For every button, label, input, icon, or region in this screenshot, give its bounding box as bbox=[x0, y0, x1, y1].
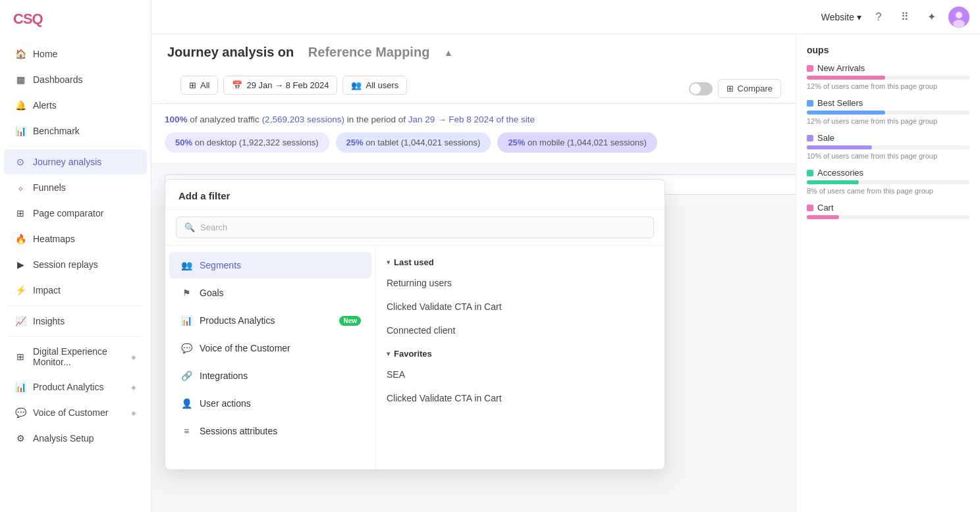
page-group-name-sale: Sale bbox=[807, 133, 969, 143]
device-chip-tablet: 25% on tablet (1,044,021 sessions) bbox=[336, 132, 491, 153]
sidebar-item-voice-of-customer[interactable]: 💬 Voice of Customer ◈ bbox=[4, 400, 147, 425]
sidebar-item-benchmark[interactable]: 📊 Benchmark bbox=[4, 118, 147, 143]
dropdown-search-area: 🔍 bbox=[165, 210, 665, 245]
cat-label-voice-customer: Voice of the Customer bbox=[200, 343, 361, 353]
cat-label-segments: Segments bbox=[200, 260, 361, 270]
sidebar-item-insights[interactable]: 📈 Insights bbox=[4, 309, 147, 334]
nav-badge-voice-of-customer: ◈ bbox=[131, 409, 136, 417]
nav-icon-session-replays: ▶ bbox=[14, 259, 26, 270]
nav-label-dashboards: Dashboards bbox=[33, 74, 136, 85]
sidebar-item-journey-analysis[interactable]: ⊙ Journey analysis bbox=[4, 149, 147, 174]
sidebar-nav: 🏠 Home ▦ Dashboards 🔔 Alerts 📊 Benchmark… bbox=[0, 38, 151, 512]
dropdown-body: 👥 Segments ⚑ Goals 📊 Products Analytics … bbox=[165, 245, 665, 469]
filter-category-products-analytics[interactable]: 📊 Products Analytics New bbox=[169, 307, 371, 334]
nav-icon-alerts: 🔔 bbox=[14, 99, 26, 111]
section-header-favorites[interactable]: ▾Favorites bbox=[376, 342, 665, 363]
sidebar-item-product-analytics[interactable]: 📊 Product Analytics ◈ bbox=[4, 374, 147, 399]
page-group-name-accessories: Accessories bbox=[807, 168, 969, 178]
group-bar-cart bbox=[807, 215, 839, 219]
sidebar-item-session-replays[interactable]: ▶ Session replays bbox=[4, 252, 147, 277]
filter-option-last-used-1[interactable]: Clicked Validate CTA in Cart bbox=[376, 295, 665, 319]
filter-option-favorites-0[interactable]: SEA bbox=[376, 363, 665, 386]
cat-icon-user-actions: 👤 bbox=[180, 397, 193, 410]
sidebar: CSQ 🏠 Home ▦ Dashboards 🔔 Alerts 📊 Bench… bbox=[0, 0, 151, 512]
section-header-last-used[interactable]: ▾Last used bbox=[376, 251, 665, 271]
search-input[interactable] bbox=[200, 222, 645, 232]
dropdown-categories: 👥 Segments ⚑ Goals 📊 Products Analytics … bbox=[165, 245, 376, 469]
nav-icon-journey-analysis: ⊙ bbox=[14, 156, 26, 168]
filter-option-favorites-1[interactable]: Clicked Validate CTA in Cart bbox=[376, 386, 665, 410]
compare-button[interactable]: ⊞ Compare bbox=[718, 79, 781, 98]
group-color-cart bbox=[807, 205, 813, 211]
users-filter-label: All users bbox=[366, 80, 398, 90]
all-filter-label: All bbox=[200, 80, 209, 90]
users-filter-chip[interactable]: 👥 All users bbox=[342, 76, 407, 95]
filter-category-segments[interactable]: 👥 Segments bbox=[169, 252, 371, 278]
traffic-pct: 100% bbox=[165, 115, 188, 124]
filter-category-user-actions[interactable]: 👤 User actions bbox=[169, 390, 371, 417]
filter-category-goals[interactable]: ⚑ Goals bbox=[169, 280, 371, 306]
nav-label-digital-experience: Digital Experience Monitor... bbox=[33, 346, 124, 367]
users-icon: 👥 bbox=[351, 80, 362, 90]
all-filter-chip[interactable]: ⊞ All bbox=[180, 76, 218, 95]
nav-badge-product-analytics: ◈ bbox=[131, 384, 136, 391]
cat-label-user-actions: User actions bbox=[200, 398, 361, 409]
nav-label-home: Home bbox=[33, 49, 136, 59]
sidebar-item-analysis-setup[interactable]: ⚙ Analysis Setup bbox=[4, 426, 147, 451]
compare-toggle[interactable] bbox=[689, 82, 713, 95]
sidebar-item-funnels[interactable]: ⬦ Funnels bbox=[4, 175, 147, 200]
date-filter-chip[interactable]: 📅 29 Jan → 8 Feb 2024 bbox=[223, 76, 337, 95]
nav-icon-funnels: ⬦ bbox=[14, 182, 26, 193]
group-bar-accessories bbox=[807, 180, 859, 184]
section-chevron-last-used: ▾ bbox=[387, 259, 390, 266]
page-title-text: Journey analysis on bbox=[167, 45, 294, 60]
nav-icon-benchmark: 📊 bbox=[14, 125, 26, 137]
group-color-accessories bbox=[807, 170, 813, 176]
nav-icon-voice-of-customer: 💬 bbox=[14, 407, 26, 419]
stats-desc: of analyzed traffic bbox=[190, 115, 259, 124]
nav-label-page-comparator: Page comparator bbox=[33, 208, 136, 218]
cat-label-integrations: Integrations bbox=[200, 371, 361, 381]
cat-label-products-analytics: Products Analytics bbox=[200, 315, 333, 326]
nav-label-insights: Insights bbox=[33, 316, 136, 326]
sidebar-item-dashboards[interactable]: ▦ Dashboards bbox=[4, 67, 147, 92]
page-group-new-arrivals: New Arrivals 12% of users came from this… bbox=[807, 63, 969, 90]
right-panel: oups New Arrivals 12% of users came from… bbox=[796, 34, 980, 512]
nav-badge-digital-experience: ◈ bbox=[131, 353, 136, 361]
filter-category-sessions-attributes[interactable]: ≡ Sessions attributes bbox=[169, 418, 371, 444]
toggle-dot bbox=[690, 84, 701, 94]
page-title-ref: Reference Mapping bbox=[308, 45, 429, 60]
nav-icon-product-analytics: 📊 bbox=[14, 381, 26, 393]
filter-category-integrations[interactable]: 🔗 Integrations bbox=[169, 363, 371, 389]
nav-sep-impact bbox=[8, 305, 143, 306]
filter-option-last-used-2[interactable]: Connected client bbox=[376, 319, 665, 342]
dropdown-options: ▾Last usedReturning usersClicked Validat… bbox=[376, 245, 665, 469]
group-sub-accessories: 8% of users came from this page group bbox=[807, 187, 969, 195]
filter-option-last-used-0[interactable]: Returning users bbox=[376, 271, 665, 295]
sidebar-item-heatmaps[interactable]: 🔥 Heatmaps bbox=[4, 226, 147, 251]
group-bar-best-sellers bbox=[807, 111, 885, 115]
group-sub-new-arrivals: 12% of users came from this page group bbox=[807, 82, 969, 90]
device-chip-mobile: 25% on mobile (1,044,021 sessions) bbox=[497, 132, 657, 153]
nav-label-heatmaps: Heatmaps bbox=[33, 234, 136, 244]
nav-icon-heatmaps: 🔥 bbox=[14, 233, 26, 245]
logo-area: CSQ bbox=[0, 0, 151, 38]
filter-category-voice-customer[interactable]: 💬 Voice of the Customer bbox=[169, 335, 371, 361]
main-content: Website ▾ ? ⠿ ✦ Journey analysis on Refe… bbox=[151, 34, 980, 512]
nav-label-alerts: Alerts bbox=[33, 100, 136, 111]
nav-icon-page-comparator: ⊞ bbox=[14, 207, 26, 219]
sidebar-item-alerts[interactable]: 🔔 Alerts bbox=[4, 93, 147, 118]
sidebar-item-digital-experience[interactable]: ⊞ Digital Experience Monitor... ◈ bbox=[4, 340, 147, 374]
nav-label-voice-of-customer: Voice of Customer bbox=[33, 407, 124, 418]
search-icon: 🔍 bbox=[184, 222, 195, 232]
nav-icon-dashboards: ▦ bbox=[14, 74, 26, 86]
section-title-last-used: Last used bbox=[394, 257, 434, 267]
cat-icon-integrations: 🔗 bbox=[180, 369, 193, 382]
group-sub-best-sellers: 12% of users came from this page group bbox=[807, 117, 969, 125]
sidebar-item-home[interactable]: 🏠 Home bbox=[4, 41, 147, 66]
group-bar-wrap-cart bbox=[807, 215, 969, 219]
device-label-mobile: on mobile (1,044,021 sessions) bbox=[528, 138, 647, 147]
cat-icon-products-analytics: 📊 bbox=[180, 314, 193, 327]
sidebar-item-impact[interactable]: ⚡ Impact bbox=[4, 278, 147, 303]
sidebar-item-page-comparator[interactable]: ⊞ Page comparator bbox=[4, 201, 147, 226]
